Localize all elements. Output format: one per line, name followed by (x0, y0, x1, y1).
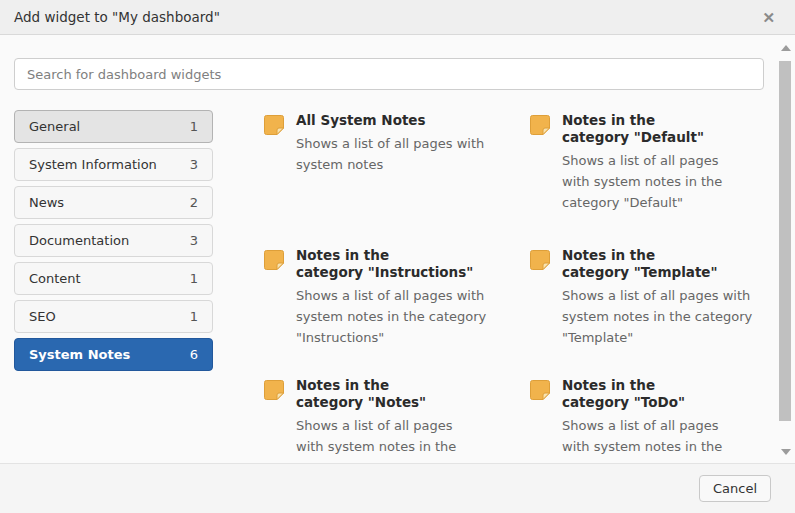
widget-notes-notes[interactable]: Notes in the category "Notes" Shows a li… (262, 377, 528, 463)
category-label: SEO (29, 309, 56, 324)
widget-description: Shows a list of all pages with system no… (296, 415, 522, 463)
widget-grid: All System Notes Shows a list of all pag… (262, 110, 794, 463)
category-label: News (29, 195, 64, 210)
modal-body: General 1 System Information 3 News 2 Do… (0, 35, 795, 463)
widget-description: Shows a list of all pages with system no… (296, 285, 522, 348)
modal-title: Add widget to "My dashboard" (14, 9, 220, 25)
sticky-note-icon (528, 248, 552, 272)
category-list: General 1 System Information 3 News 2 Do… (14, 110, 213, 376)
category-label: System Notes (29, 347, 130, 362)
widget-text: Notes in the category "Default" Shows a … (562, 112, 788, 213)
widget-title: Notes in the category "Instructions" (296, 247, 522, 281)
search-input[interactable] (14, 58, 764, 90)
widget-text: Notes in the category "ToDo" Shows a lis… (562, 377, 788, 463)
widget-title: Notes in the category "ToDo" (562, 377, 788, 411)
body-columns: General 1 System Information 3 News 2 Do… (14, 110, 765, 463)
widget-text: All System Notes Shows a list of all pag… (296, 112, 522, 175)
add-widget-modal: Add widget to "My dashboard" ✕ General 1… (0, 0, 795, 513)
sticky-note-icon (528, 378, 552, 402)
widget-text: Notes in the category "Template" Shows a… (562, 247, 788, 348)
category-count-badge: 1 (190, 271, 198, 286)
scrollbar[interactable] (779, 41, 791, 459)
widget-notes-instructions[interactable]: Notes in the category "Instructions" Sho… (262, 247, 528, 377)
category-label: System Information (29, 157, 157, 172)
category-count-badge: 3 (190, 233, 198, 248)
modal-header: Add widget to "My dashboard" ✕ (0, 0, 795, 35)
widget-text: Notes in the category "Instructions" Sho… (296, 247, 522, 348)
category-item-content[interactable]: Content 1 (14, 262, 213, 295)
sticky-note-icon (262, 378, 286, 402)
widget-title: All System Notes (296, 112, 522, 129)
widget-description: Shows a list of all pages with system no… (562, 285, 788, 348)
category-item-general[interactable]: General 1 (14, 110, 213, 143)
cancel-button[interactable]: Cancel (699, 475, 771, 502)
widget-all-system-notes[interactable]: All System Notes Shows a list of all pag… (262, 112, 528, 247)
widget-notes-todo[interactable]: Notes in the category "ToDo" Shows a lis… (528, 377, 794, 463)
scrollbar-thumb[interactable] (779, 61, 791, 421)
sticky-note-icon (262, 248, 286, 272)
widget-text: Notes in the category "Notes" Shows a li… (296, 377, 522, 463)
category-label: Documentation (29, 233, 129, 248)
modal-footer: Cancel (0, 463, 795, 513)
close-icon[interactable]: ✕ (758, 8, 779, 27)
widget-description: Shows a list of all pages with system no… (296, 133, 522, 175)
category-item-system-notes[interactable]: System Notes 6 (14, 338, 213, 371)
category-label: General (29, 119, 80, 134)
category-count-badge: 6 (190, 347, 198, 362)
widget-notes-template[interactable]: Notes in the category "Template" Shows a… (528, 247, 794, 377)
widget-title: Notes in the category "Template" (562, 247, 788, 281)
widget-title: Notes in the category "Notes" (296, 377, 522, 411)
category-label: Content (29, 271, 81, 286)
category-count-badge: 1 (190, 119, 198, 134)
scroll-up-icon[interactable] (781, 45, 791, 51)
widget-description: Shows a list of all pages with system no… (562, 150, 788, 213)
widget-description: Shows a list of all pages with system no… (562, 415, 788, 463)
category-count-badge: 2 (190, 195, 198, 210)
scroll-down-icon[interactable] (781, 449, 791, 455)
sticky-note-icon (262, 113, 286, 137)
category-item-documentation[interactable]: Documentation 3 (14, 224, 213, 257)
category-item-seo[interactable]: SEO 1 (14, 300, 213, 333)
category-count-badge: 1 (190, 309, 198, 324)
category-item-news[interactable]: News 2 (14, 186, 213, 219)
sticky-note-icon (528, 113, 552, 137)
category-count-badge: 3 (190, 157, 198, 172)
widget-notes-default[interactable]: Notes in the category "Default" Shows a … (528, 112, 794, 247)
widget-title: Notes in the category "Default" (562, 112, 788, 146)
category-item-system-information[interactable]: System Information 3 (14, 148, 213, 181)
